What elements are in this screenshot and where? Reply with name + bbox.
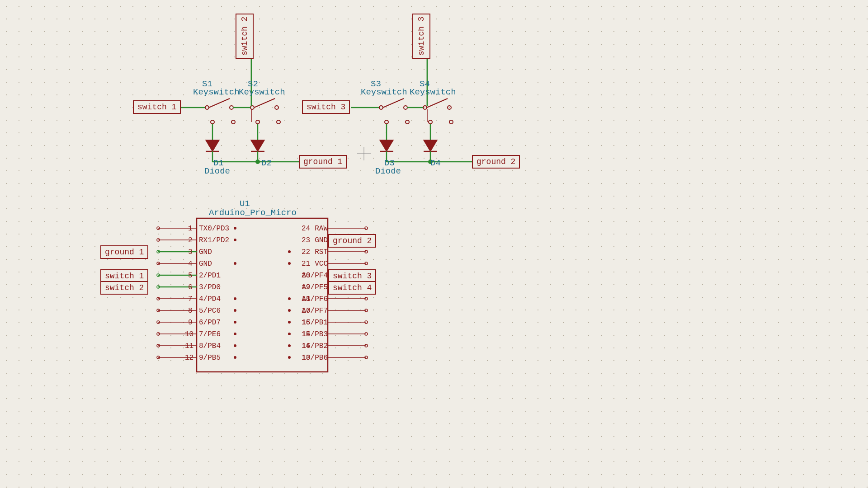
pin10-num: 10 bbox=[185, 330, 193, 338]
svg-point-88 bbox=[157, 286, 160, 288]
pin20-name: A3/PF4 bbox=[274, 272, 328, 280]
svg-point-14 bbox=[277, 120, 280, 124]
svg-marker-20 bbox=[206, 140, 219, 151]
svg-point-119 bbox=[234, 309, 236, 312]
svg-point-84 bbox=[157, 239, 160, 241]
svg-point-12 bbox=[275, 106, 278, 109]
svg-point-98 bbox=[365, 262, 368, 265]
d2-label: D2 bbox=[261, 158, 272, 168]
pin13-name: 10/PB6 bbox=[274, 354, 328, 362]
pin2-name: RX1/PD2 bbox=[199, 236, 229, 244]
pin3-name: GND bbox=[199, 248, 212, 256]
pin9-num: 9 bbox=[188, 319, 193, 327]
pin18-name: A1/PF6 bbox=[274, 295, 328, 303]
ground1-net-label: ground 1 bbox=[299, 155, 347, 169]
svg-point-37 bbox=[406, 120, 409, 124]
svg-point-8 bbox=[231, 120, 235, 124]
svg-marker-53 bbox=[424, 140, 437, 151]
svg-marker-49 bbox=[380, 140, 393, 151]
pin7-num: 7 bbox=[188, 295, 193, 303]
pin14-name: 16/PB2 bbox=[274, 342, 328, 350]
switch3-net-label: switch 3 bbox=[302, 100, 350, 114]
switch2-ic-label: switch 2 bbox=[100, 281, 148, 295]
svg-point-122 bbox=[234, 344, 236, 347]
ground1-ic-label: ground 1 bbox=[100, 245, 148, 259]
svg-point-102 bbox=[365, 309, 368, 312]
svg-point-87 bbox=[157, 274, 160, 277]
pin12-name: 9/PB5 bbox=[199, 354, 221, 362]
svg-point-42 bbox=[429, 120, 432, 124]
pin3-num: 3 bbox=[188, 248, 193, 256]
pin1-name: TX0/PD3 bbox=[199, 225, 229, 233]
s3-name: Keyswitch bbox=[361, 87, 407, 97]
svg-point-83 bbox=[157, 227, 160, 230]
svg-point-117 bbox=[234, 262, 236, 265]
d4-label: D4 bbox=[430, 158, 441, 168]
svg-point-93 bbox=[157, 344, 160, 347]
pin1-num: 1 bbox=[188, 225, 193, 233]
svg-point-123 bbox=[234, 356, 236, 359]
svg-point-121 bbox=[234, 333, 236, 335]
ground2-ic-label: ground 2 bbox=[328, 234, 376, 248]
svg-point-4 bbox=[205, 106, 209, 109]
switch3-connector-label: switch 3 bbox=[412, 14, 430, 59]
pin5-num: 5 bbox=[188, 272, 193, 280]
svg-line-5 bbox=[209, 99, 230, 108]
svg-point-101 bbox=[365, 297, 368, 300]
svg-line-34 bbox=[383, 99, 404, 108]
svg-point-35 bbox=[404, 106, 407, 109]
switch4-ic-label: switch 4 bbox=[328, 281, 376, 295]
pin4-num: 4 bbox=[188, 260, 193, 268]
svg-point-118 bbox=[234, 297, 236, 300]
ground2-net-label: ground 2 bbox=[472, 155, 520, 169]
svg-point-86 bbox=[157, 262, 160, 265]
svg-point-94 bbox=[157, 356, 160, 359]
svg-point-115 bbox=[234, 227, 236, 230]
svg-line-40 bbox=[427, 99, 448, 108]
svg-point-33 bbox=[379, 106, 383, 109]
d1-name: Diode bbox=[204, 166, 230, 176]
svg-point-7 bbox=[211, 120, 214, 124]
pin11-name: 8/PB4 bbox=[199, 342, 221, 350]
pin15-name: 14/PB3 bbox=[274, 330, 328, 338]
svg-point-28 bbox=[255, 160, 260, 164]
svg-point-90 bbox=[157, 309, 160, 312]
switch1-net-label: switch 1 bbox=[133, 100, 181, 114]
pin11-num: 11 bbox=[185, 342, 193, 350]
svg-point-43 bbox=[449, 120, 453, 124]
svg-point-116 bbox=[234, 239, 236, 241]
u1-name: Arduino_Pro_Micro bbox=[209, 208, 297, 218]
svg-marker-24 bbox=[251, 140, 264, 151]
pin2-num: 2 bbox=[188, 236, 193, 244]
svg-point-97 bbox=[365, 250, 368, 253]
pin5-name: 2/PD1 bbox=[199, 272, 221, 280]
switch2-connector-label: switch 2 bbox=[236, 14, 254, 59]
svg-point-103 bbox=[365, 321, 368, 324]
pin4-name: GND bbox=[199, 260, 212, 268]
pin7-name: 4/PD4 bbox=[199, 295, 221, 303]
svg-point-106 bbox=[365, 356, 368, 359]
d3-name: Diode bbox=[375, 166, 401, 176]
pin6-num: 6 bbox=[188, 283, 193, 291]
svg-line-11 bbox=[254, 99, 275, 108]
svg-point-10 bbox=[250, 106, 254, 109]
pin8-num: 8 bbox=[188, 307, 193, 315]
pin21-name: VCC bbox=[274, 260, 328, 268]
svg-point-39 bbox=[423, 106, 427, 109]
svg-point-13 bbox=[256, 120, 259, 124]
svg-point-6 bbox=[230, 106, 233, 109]
s1-name: Keyswitch bbox=[193, 87, 240, 97]
svg-point-91 bbox=[157, 321, 160, 324]
pin8-name: 5/PC6 bbox=[199, 307, 221, 315]
svg-point-104 bbox=[365, 333, 368, 335]
pin22-name: RST bbox=[274, 248, 328, 256]
svg-point-105 bbox=[365, 344, 368, 347]
pin23-name: GND bbox=[274, 236, 328, 244]
svg-point-85 bbox=[157, 250, 160, 253]
pin19-name: A2/PF5 bbox=[274, 283, 328, 291]
svg-point-89 bbox=[157, 297, 160, 300]
svg-point-36 bbox=[385, 120, 388, 124]
svg-point-120 bbox=[234, 321, 236, 324]
svg-point-92 bbox=[157, 333, 160, 335]
pin12-num: 12 bbox=[185, 354, 193, 362]
